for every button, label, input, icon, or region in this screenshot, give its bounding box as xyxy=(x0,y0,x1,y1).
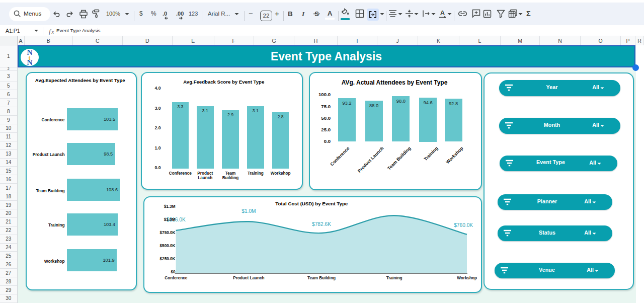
svg-text:x: x xyxy=(51,29,54,34)
svg-text:A: A xyxy=(440,9,445,17)
